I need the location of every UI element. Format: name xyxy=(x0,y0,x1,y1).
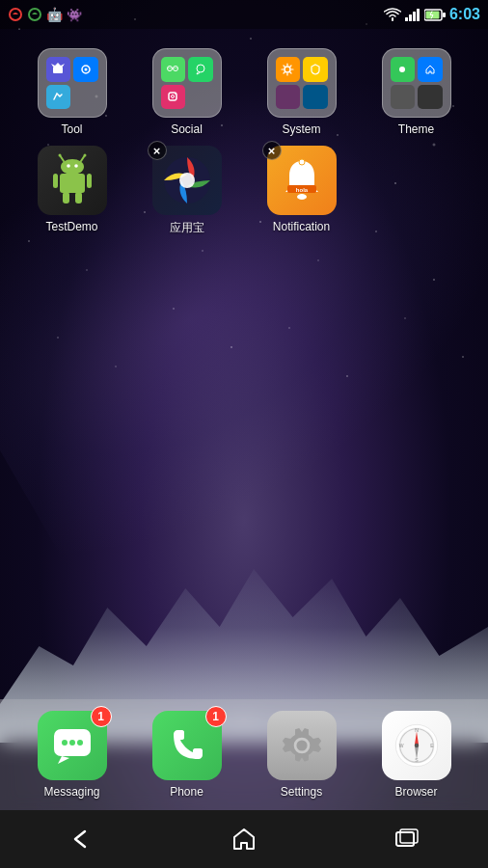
svg-text:N: N xyxy=(415,727,419,733)
folder-social-label: Social xyxy=(171,122,203,136)
nav-back-button[interactable] xyxy=(62,825,100,854)
dock-messaging-icon[interactable]: 1 xyxy=(38,711,107,780)
folder-social-icon[interactable] xyxy=(152,48,222,118)
status-bar: 🤖 👾 xyxy=(0,0,488,29)
battery-icon xyxy=(424,9,446,21)
app-notification-label: Notification xyxy=(273,220,330,233)
app-indicator-2 xyxy=(27,7,42,22)
svg-point-11 xyxy=(84,68,87,70)
folder-tool[interactable]: Tool xyxy=(24,48,121,136)
folder-tool-label: Tool xyxy=(61,122,82,136)
folder-theme-icon[interactable] xyxy=(382,48,451,118)
folder-tool-icon[interactable] xyxy=(38,48,107,118)
folder-dot xyxy=(418,57,443,82)
status-right-icons: 6:03 xyxy=(384,6,480,23)
android-indicator: 🤖 xyxy=(46,7,63,22)
svg-rect-3 xyxy=(409,14,412,21)
app-grid: Tool xyxy=(0,39,488,256)
folder-dot xyxy=(161,85,186,110)
svg-rect-34 xyxy=(63,192,69,203)
folder-system[interactable]: System xyxy=(254,48,350,136)
folder-row: Tool xyxy=(14,48,474,136)
dock-phone-icon[interactable]: 1 xyxy=(152,711,222,780)
dock-phone[interactable]: 1 Phone xyxy=(152,711,222,799)
svg-rect-33 xyxy=(87,174,92,188)
folder-social[interactable]: Social xyxy=(139,48,235,136)
svg-text:W: W xyxy=(398,743,403,748)
nav-home-button[interactable] xyxy=(225,825,263,854)
folder-dot xyxy=(303,85,328,110)
folder-dot xyxy=(391,57,416,82)
svg-rect-4 xyxy=(413,12,416,21)
folder-dot xyxy=(303,57,328,82)
folder-dot xyxy=(73,57,98,82)
svg-point-43 xyxy=(62,740,68,746)
app-yingyongbao[interactable]: × 应用宝 xyxy=(139,146,235,236)
folder-dot xyxy=(188,85,213,110)
svg-point-30 xyxy=(74,164,78,168)
status-time: 6:03 xyxy=(449,6,480,23)
folder-theme-label: Theme xyxy=(398,122,434,136)
folder-system-icon[interactable] xyxy=(267,48,337,118)
app-testdemo[interactable]: TestDemo xyxy=(24,146,121,236)
dock-browser-label: Browser xyxy=(394,785,437,799)
folder-dot xyxy=(391,85,416,110)
svg-point-16 xyxy=(175,68,176,68)
app-yingyongbao-icon[interactable]: × xyxy=(152,146,222,215)
app-testdemo-icon[interactable] xyxy=(38,146,107,215)
messaging-badge: 1 xyxy=(91,706,112,727)
svg-rect-32 xyxy=(53,174,58,188)
close-badge-notification[interactable]: × xyxy=(262,141,282,160)
folder-dot xyxy=(276,57,301,82)
dock-settings-icon[interactable] xyxy=(267,711,337,780)
svg-point-27 xyxy=(83,154,86,157)
dock-row: 1 Messaging 1 xyxy=(14,711,474,799)
svg-point-21 xyxy=(175,94,176,95)
folder-dot xyxy=(161,57,186,82)
signal-icon xyxy=(405,8,420,21)
app-notification-icon[interactable]: × hola xyxy=(267,146,337,215)
app-testdemo-label: TestDemo xyxy=(45,220,97,233)
svg-point-23 xyxy=(399,67,405,72)
status-left-icons: 🤖 👾 xyxy=(8,7,82,22)
svg-point-45 xyxy=(77,740,83,746)
app-notification[interactable]: × hola Notification xyxy=(254,146,350,236)
dock-phone-label: Phone xyxy=(170,785,203,799)
svg-point-20 xyxy=(172,95,175,98)
dock-messaging[interactable]: 1 Messaging xyxy=(38,711,107,799)
svg-point-44 xyxy=(69,740,75,746)
dock-messaging-label: Messaging xyxy=(43,785,99,799)
close-badge-yingyongbao[interactable]: × xyxy=(148,141,167,160)
folder-theme[interactable]: Theme xyxy=(368,48,465,136)
svg-text:hola: hola xyxy=(295,187,308,193)
folder-dot xyxy=(276,85,301,110)
svg-rect-2 xyxy=(405,17,408,21)
svg-point-41 xyxy=(297,194,307,200)
folder-dot xyxy=(188,57,213,82)
svg-rect-31 xyxy=(60,174,85,193)
svg-point-57 xyxy=(414,744,418,747)
wifi-icon xyxy=(384,8,401,21)
phone-badge: 1 xyxy=(205,706,227,727)
dock-settings[interactable]: Settings xyxy=(267,711,337,799)
dock: 1 Messaging 1 xyxy=(0,699,488,810)
folder-dot xyxy=(73,85,98,110)
dock-browser[interactable]: N S E W Browser xyxy=(382,711,451,799)
dock-settings-label: Settings xyxy=(281,785,322,799)
svg-rect-5 xyxy=(417,9,420,21)
folder-dot xyxy=(418,85,443,110)
svg-point-28 xyxy=(61,159,84,175)
svg-rect-35 xyxy=(75,192,82,203)
nav-bar xyxy=(0,810,488,868)
svg-point-14 xyxy=(169,68,170,68)
dock-browser-icon[interactable]: N S E W xyxy=(382,711,451,780)
ghost-indicator: 👾 xyxy=(67,8,82,22)
app-indicator-1 xyxy=(8,7,23,22)
svg-point-15 xyxy=(171,68,172,68)
app-row-2: TestDemo × 应用宝 xyxy=(14,146,474,236)
svg-rect-58 xyxy=(396,832,414,846)
nav-recent-button[interactable] xyxy=(388,825,426,854)
svg-point-47 xyxy=(296,740,307,750)
folder-dot xyxy=(46,57,71,82)
app-slot-empty xyxy=(368,146,465,236)
